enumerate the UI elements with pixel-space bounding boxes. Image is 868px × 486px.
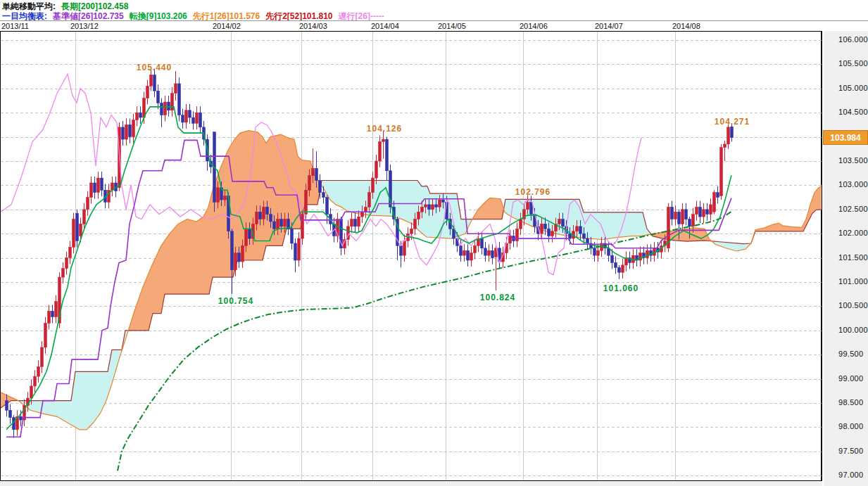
y-axis-label: 106.000 — [838, 35, 868, 44]
legend-item: 先行2[52]101.810 — [265, 11, 332, 21]
y-axis-label: 98.000 — [838, 422, 863, 430]
price-annotation: 104.271 — [715, 117, 750, 127]
price-annotation: 102.796 — [515, 187, 551, 197]
y-axis-label: 101.500 — [838, 253, 868, 262]
y-axis-label: 99.000 — [838, 374, 863, 383]
legend-item: 遅行[26]----- — [339, 11, 384, 21]
y-axis-label: 100.500 — [838, 301, 868, 309]
y-axis-label: 97.000 — [838, 471, 863, 479]
x-axis-label: 2014/06 — [520, 22, 548, 30]
y-axis-label: 104.500 — [838, 108, 868, 116]
y-axis-label: 103.000 — [838, 180, 868, 188]
y-axis-label: 103.500 — [838, 156, 868, 165]
y-axis-label: 102.000 — [838, 229, 868, 237]
bottom-margin — [0, 481, 822, 486]
x-axis-label: 2014/08 — [672, 22, 700, 30]
legend-item: 先行1[26]101.576 — [193, 11, 260, 21]
y-axis-label: 99.500 — [838, 350, 863, 358]
legend-ichimoku-values: 基準値[26]102.735転換[9]103.206先行1[26]101.576… — [53, 11, 390, 21]
y-axis-label: 102.500 — [838, 205, 868, 213]
x-axis-label: 2014/02 — [213, 22, 241, 30]
x-axis-label: 2014/05 — [438, 22, 466, 30]
x-axis-label: 2013/12 — [70, 22, 99, 30]
x-axis: 2013/112013/122014/022014/032014/042014/… — [0, 21, 868, 31]
x-axis-label: 2014/07 — [595, 22, 623, 30]
price-annotation: 101.060 — [603, 283, 639, 293]
legend-sma-title: 単純移動平均: — [2, 1, 56, 11]
chart-canvas[interactable] — [1, 32, 822, 480]
price-annotation: 100.824 — [480, 293, 515, 302]
price-annotation: 100.754 — [218, 296, 253, 306]
legend-header: 単純移動平均:長期[200]102.458 一目均衡表:基準値[26]102.7… — [0, 0, 868, 20]
legend-item: 基準値[26]102.735 — [53, 11, 124, 21]
chart-app: { "legend": { "line1_label": "単純移動平均:", … — [0, 0, 868, 486]
y-axis-label: 105.000 — [838, 84, 868, 92]
y-axis-label: 97.500 — [838, 447, 863, 455]
y-axis-label: 105.500 — [838, 59, 868, 68]
legend-sma-values: 長期[200]102.458 — [61, 1, 134, 11]
legend-ichimoku-title: 一目均衡表: — [2, 11, 47, 21]
current-price-badge: 103.984 — [823, 130, 868, 145]
legend-item: 長期[200]102.458 — [61, 1, 128, 11]
y-axis: 106.000105.500105.000104.500104.000103.5… — [824, 31, 868, 486]
legend-item: 転換[9]103.206 — [130, 11, 187, 21]
price-annotation: 104.126 — [367, 124, 402, 134]
x-axis-label: 2014/03 — [299, 22, 327, 30]
y-axis-label: 101.000 — [838, 277, 868, 286]
x-axis-label: 2013/11 — [1, 22, 29, 30]
y-axis-label: 100.000 — [838, 326, 868, 334]
y-axis-label: 98.500 — [838, 398, 863, 407]
x-axis-label: 2014/04 — [371, 22, 399, 30]
price-annotation: 105.440 — [137, 63, 172, 72]
